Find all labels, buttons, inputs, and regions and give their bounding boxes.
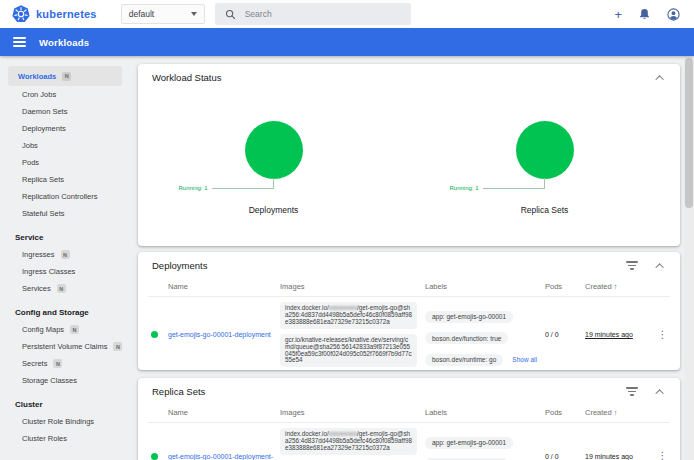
deployments-card: Deployments Name Images Labels Pods Crea… [138, 252, 680, 370]
sidebar-item-label: Stateful Sets [22, 209, 65, 218]
namespaced-badge: N [53, 359, 62, 368]
sidebar-item-label: Workloads [18, 72, 56, 81]
collapse-chevron-icon[interactable] [655, 389, 663, 397]
sidebar-item-label: Cluster Roles [22, 434, 67, 443]
sidebar-item-cron-jobs[interactable]: Cron Jobs [0, 86, 130, 103]
col-images: Images [280, 282, 425, 291]
sidebar-item-workloads[interactable]: WorkloadsN [8, 66, 122, 86]
chart-name: Deployments [249, 205, 299, 215]
show-all-link[interactable]: Show all [512, 356, 537, 363]
sidebar-item-storage-classes[interactable]: Storage Classes [0, 372, 130, 389]
card-title: Workload Status [152, 72, 222, 83]
replica-sets-card: Replica Sets Name Images Labels Pods Cre… [138, 378, 680, 460]
sidebar-item-config-maps[interactable]: Config MapsN [0, 321, 130, 338]
table-header: Name Images Labels Pods Created ↑ [148, 277, 670, 297]
legend-leader-line [483, 178, 545, 189]
sidebar-item-label: Cron Jobs [22, 90, 56, 99]
collapse-chevron-icon[interactable] [655, 263, 663, 271]
deployment-name-link[interactable]: get-emojis-go-00001-deployment [168, 331, 280, 338]
sidebar-item-label: Services [22, 284, 51, 293]
image-chip: index.docker.io/xxxxxxxxx/get-emojis-go@… [280, 302, 417, 329]
sidebar-item-label: Storage Classes [22, 376, 77, 385]
images-cell: index.docker.io/xxxxxxxxx/get-emojis-go@… [280, 302, 425, 370]
create-resource-button[interactable]: + [614, 8, 622, 21]
sidebar-item-label: Pods [22, 158, 39, 167]
namespace-selector[interactable]: default [121, 4, 205, 24]
sidebar-item-label: Replica Sets [22, 175, 64, 184]
notifications-bell-icon[interactable] [639, 8, 650, 20]
deployments-pie-chart: Running: 1 Deployments [138, 121, 409, 215]
replica-set-name-link[interactable]: get-emojis-go-00001-deployment- [168, 453, 280, 460]
table-row: get-emojis-go-00001-deployment index.doc… [148, 297, 670, 370]
image-chip: index.docker.io/xxxxxxxxx/get-emojis-go@… [280, 428, 417, 455]
sidebar-item-cluster-roles[interactable]: Cluster Roles [0, 430, 130, 447]
sidebar-section-cluster: Cluster [0, 396, 130, 413]
col-name[interactable]: Name [168, 408, 280, 417]
filter-icon[interactable] [626, 261, 638, 270]
sidebar-item-ingresses[interactable]: IngressesN [0, 246, 130, 263]
main-content: Workload Status Running: 1 Deployments [130, 56, 694, 460]
col-created[interactable]: Created ↑ [585, 282, 655, 291]
label-chip: boson.dev/function: true [425, 332, 508, 344]
col-name[interactable]: Name [168, 282, 280, 291]
col-images: Images [280, 408, 425, 417]
namespaced-badge: N [61, 250, 70, 259]
page-title: Workloads [39, 37, 89, 48]
sidebar-item-replication-controllers[interactable]: Replication Controllers [0, 188, 130, 205]
created-timestamp: 19 minutes ago [585, 453, 655, 460]
row-menu-kebab-icon[interactable]: ⋮ [655, 451, 670, 460]
replica-sets-pie-chart: Running: 1 Replica Sets [409, 121, 680, 215]
page-header-bar: Workloads [0, 28, 694, 56]
status-running-dot [151, 453, 158, 460]
sidebar-item-label: Config Maps [22, 325, 64, 334]
namespaced-badge: N [57, 284, 66, 293]
search-bar[interactable] [215, 3, 411, 25]
table-header: Name Images Labels Pods Created ↑ [148, 403, 670, 423]
sidebar-item-secrets[interactable]: SecretsN [0, 355, 130, 372]
sidebar-item-label: Persistent Volume Claims [22, 342, 107, 351]
col-pods: Pods [545, 408, 585, 417]
sidebar-item-stateful-sets[interactable]: Stateful Sets [0, 205, 130, 222]
col-created[interactable]: Created ↑ [585, 408, 655, 417]
row-menu-kebab-icon[interactable]: ⋮ [655, 330, 670, 340]
pie-running-segment [516, 121, 574, 179]
pods-count: 0 / 0 [545, 331, 585, 338]
user-account-icon[interactable] [667, 8, 680, 21]
label-chip: app: get-emojis-go-00001 [425, 437, 513, 449]
menu-hamburger-icon[interactable] [13, 37, 26, 47]
labels-cell: app: get-emojis-go-00001boson.dev/functi… [425, 305, 545, 370]
sidebar-item-services[interactable]: ServicesN [0, 280, 130, 297]
sidebar-item-ingress-classes[interactable]: Ingress Classes [0, 263, 130, 280]
label-chip: app: get-emojis-go-00001 [425, 311, 513, 323]
sidebar-section-service: Service [0, 229, 130, 246]
kubernetes-logo: kubernetes [12, 5, 97, 23]
sidebar-item-label: Cluster Role Bindings [22, 417, 94, 426]
scrollbar-thumb[interactable] [685, 58, 693, 208]
brand-name: kubernetes [36, 8, 97, 20]
created-timestamp: 19 minutes ago [585, 331, 655, 338]
sidebar-item-persistent-volume-claims[interactable]: Persistent Volume ClaimsN [0, 338, 130, 355]
col-labels: Labels [425, 282, 545, 291]
scrollbar-track [684, 56, 694, 460]
collapse-chevron-icon[interactable] [655, 75, 663, 83]
table-row: get-emojis-go-00001-deployment- index.do… [148, 423, 670, 460]
sidebar-item-jobs[interactable]: Jobs [0, 137, 130, 154]
sidebar-item-pods[interactable]: Pods [0, 154, 130, 171]
filter-icon[interactable] [626, 387, 638, 396]
sort-ascending-arrow: ↑ [614, 282, 618, 291]
kubernetes-helm-icon [12, 5, 30, 23]
sidebar-item-label: Jobs [22, 141, 38, 150]
sidebar-item-replica-sets[interactable]: Replica Sets [0, 171, 130, 188]
sidebar-item-label: Replication Controllers [22, 192, 97, 201]
redacted-registry-user: xxxxxxxxx [329, 304, 357, 311]
labels-cell: app: get-emojis-go-00001boson.dev/functi… [425, 431, 545, 460]
card-title: Deployments [152, 260, 207, 271]
search-input[interactable] [245, 9, 395, 19]
sidebar-item-cluster-role-bindings[interactable]: Cluster Role Bindings [0, 413, 130, 430]
images-cell: index.docker.io/xxxxxxxxx/get-emojis-go@… [280, 428, 425, 460]
search-icon [225, 9, 236, 20]
namespaced-badge: N [113, 342, 122, 351]
sidebar-item-deployments[interactable]: Deployments [0, 120, 130, 137]
legend-leader-line [212, 178, 274, 189]
sidebar-item-daemon-sets[interactable]: Daemon Sets [0, 103, 130, 120]
